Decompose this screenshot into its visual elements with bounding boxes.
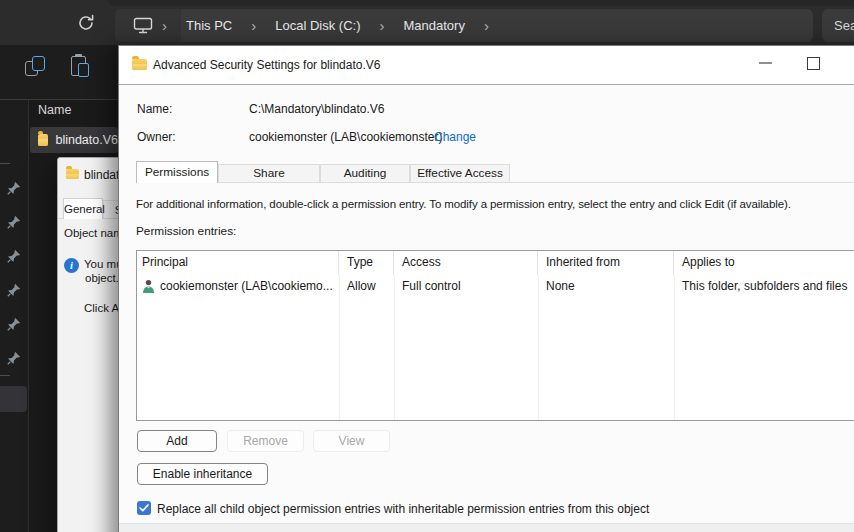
tab-share[interactable]: Share bbox=[218, 164, 320, 182]
header-applies-to[interactable]: Applies to bbox=[674, 251, 854, 275]
maximize-icon bbox=[807, 57, 820, 70]
nav-selected-item[interactable] bbox=[0, 386, 27, 412]
info-text-line2: object. bbox=[85, 272, 119, 284]
search-input[interactable]: Sea bbox=[822, 9, 854, 42]
add-button[interactable]: Add bbox=[137, 430, 217, 452]
pin-icon bbox=[7, 215, 21, 229]
nav-divider bbox=[0, 375, 10, 376]
address-bar[interactable]: › This PC › Local Disk (C:) › Mandatory … bbox=[115, 9, 813, 42]
pin-icon bbox=[7, 249, 21, 263]
instruction-text: For additional information, double-click… bbox=[136, 198, 791, 210]
refresh-button[interactable] bbox=[76, 13, 96, 33]
tab-permissions[interactable]: Permissions bbox=[136, 161, 218, 183]
owner-value: cookiemonster (LAB\cookiemonster) bbox=[249, 130, 442, 144]
maximize-button[interactable] bbox=[798, 50, 828, 76]
user-icon bbox=[142, 279, 155, 294]
replace-child-permissions-label: Replace all child object permission entr… bbox=[157, 502, 649, 516]
this-pc-icon bbox=[133, 17, 153, 34]
minimize-button[interactable] bbox=[750, 50, 780, 76]
chevron-icon[interactable]: › bbox=[153, 11, 176, 41]
replace-child-permissions-checkbox[interactable] bbox=[137, 501, 151, 515]
dialog-titlebar: Advanced Security Settings for blindato.… bbox=[119, 46, 854, 85]
breadcrumb-this-pc[interactable]: This PC bbox=[176, 18, 242, 33]
dialog-title: Advanced Security Settings for blindato.… bbox=[153, 58, 380, 72]
cell-applies-to: This folder, subfolders and files bbox=[674, 279, 854, 293]
header-principal[interactable]: Principal bbox=[137, 251, 339, 275]
search-text: Sea bbox=[834, 18, 854, 33]
folder-icon bbox=[66, 169, 79, 179]
owner-label: Owner: bbox=[137, 130, 176, 144]
file-name: blindato.V6 bbox=[55, 133, 118, 147]
tab-strip-edge bbox=[108, 0, 854, 6]
nav-divider bbox=[0, 163, 10, 164]
header-inherited-from[interactable]: Inherited from bbox=[538, 251, 674, 275]
chevron-icon[interactable]: › bbox=[475, 11, 498, 41]
enable-inheritance-button[interactable]: Enable inheritance bbox=[137, 463, 268, 485]
tab-baseline bbox=[136, 182, 854, 183]
navigation-pane bbox=[0, 100, 29, 532]
column-header-name[interactable]: Name bbox=[38, 103, 71, 117]
view-button[interactable]: View bbox=[313, 430, 390, 452]
breadcrumb-mandatory[interactable]: Mandatory bbox=[393, 18, 474, 33]
tab-auditing[interactable]: Auditing bbox=[320, 164, 410, 182]
paste-icon[interactable] bbox=[70, 54, 92, 78]
breadcrumb-local-disk[interactable]: Local Disk (C:) bbox=[265, 18, 370, 33]
cell-type: Allow bbox=[339, 279, 394, 293]
file-row-blindato[interactable]: blindato.V6 bbox=[30, 127, 118, 153]
pin-icon bbox=[7, 351, 21, 365]
tab-general[interactable]: General bbox=[63, 198, 103, 219]
table-header-row: Principal Type Access Inherited from App… bbox=[137, 251, 854, 275]
tab-effective-access[interactable]: Effective Access bbox=[410, 164, 510, 182]
chevron-icon[interactable]: › bbox=[242, 11, 265, 41]
remove-button[interactable]: Remove bbox=[227, 430, 304, 452]
name-value: C:\Mandatory\blindato.V6 bbox=[249, 102, 384, 116]
header-access[interactable]: Access bbox=[394, 251, 538, 275]
pin-icon bbox=[7, 181, 21, 195]
pin-icon bbox=[7, 283, 21, 297]
info-icon: i bbox=[64, 258, 79, 273]
name-label: Name: bbox=[137, 102, 172, 116]
explorer-command-bar bbox=[0, 45, 118, 100]
dialog-footer bbox=[119, 523, 854, 532]
advanced-security-dialog: Advanced Security Settings for blindato.… bbox=[118, 45, 854, 532]
change-owner-link[interactable]: Change bbox=[434, 130, 476, 144]
cell-inherited-from: None bbox=[538, 279, 674, 293]
header-type[interactable]: Type bbox=[339, 251, 394, 275]
folder-icon bbox=[38, 134, 48, 146]
table-row[interactable]: cookiemonster (LAB\cookiemo... Allow Ful… bbox=[137, 275, 854, 297]
permission-entries-label: Permission entries: bbox=[136, 224, 236, 238]
folder-icon bbox=[132, 59, 147, 70]
permission-entries-table: Principal Type Access Inherited from App… bbox=[136, 250, 854, 421]
pin-icon bbox=[7, 317, 21, 331]
cell-access: Full control bbox=[394, 279, 538, 293]
copy-icon[interactable] bbox=[24, 55, 46, 77]
explorer-address-bar-region: › This PC › Local Disk (C:) › Mandatory … bbox=[0, 0, 854, 45]
cell-principal: cookiemonster (LAB\cookiemo... bbox=[160, 279, 333, 293]
chevron-icon[interactable]: › bbox=[370, 11, 393, 41]
check-icon bbox=[139, 504, 149, 512]
screen: › This PC › Local Disk (C:) › Mandatory … bbox=[0, 0, 854, 532]
minimize-icon bbox=[759, 62, 772, 64]
